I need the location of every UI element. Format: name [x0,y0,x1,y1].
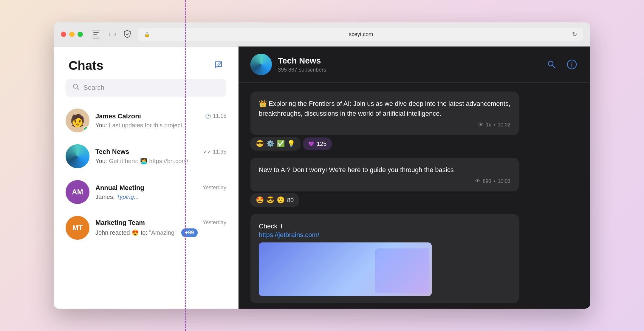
message-link-3[interactable]: https://jetbrains.com/ [259,231,510,239]
message-text-3: Check it [259,221,510,231]
chat-name-tech-news: Tech News [95,148,129,156]
message-time-2: 10:03 [498,178,510,184]
online-indicator [83,126,89,132]
views-icon-1: 👁 [479,122,484,128]
channel-subscribers: 395 867 subscribers [278,67,545,73]
chat-time-marketing-team: Yesterday [203,219,226,226]
chat-preview-james: You: Last updates for this project [95,122,226,129]
nav-buttons: ‹ › [109,30,117,38]
chat-preview-annual-meeting: James: Typing... [95,194,226,200]
chats-title: Chats [69,58,103,73]
chat-item-james[interactable]: 🧑 James Calzoni 🕐 11:15 You: [54,103,238,138]
message-text-1: 👑 Exploring the Frontiers of AI: Join us… [259,99,510,118]
channel-avatar [250,54,272,75]
chat-preview-marketing-team: John reacted 😍 to: "Amazing" +99 [95,228,226,237]
message-2: New to AI? Don't worry! We're here to gu… [250,158,578,207]
chat-time-tech-news: ✓✓ 11:35 [203,149,226,155]
bullet-2: • [494,178,496,184]
bullet-1: • [494,122,496,128]
chat-name-annual-meeting: Annual Meeting [95,184,144,192]
check-icon: ✓✓ [203,149,211,155]
traffic-lights [61,32,83,37]
compose-button[interactable] [214,60,223,72]
views-icon-2: 👁 [475,178,480,184]
message-bubble-1: 👑 Exploring the Frontiers of AI: Join us… [250,92,519,135]
reaction-row-2: 🤩😎🙂 80 [250,193,578,207]
chat-time-annual-meeting: Yesterday [203,185,226,191]
forward-button[interactable]: › [114,30,116,38]
avatar-james: 🧑 [66,109,89,132]
reaction-pill-2[interactable]: 🤩😎🙂 80 [250,193,299,207]
reaction-count-2: 80 [287,197,294,204]
search-icon [73,83,79,92]
channel-header: Tech News 395 867 subscribers [239,47,590,83]
reaction-pill-1[interactable]: 😎⚙️✅💡 [250,137,301,151]
chat-sidebar: Chats Search [54,47,239,309]
app-body: Chats Search [54,47,590,309]
reaction-row-1: 😎⚙️✅💡 💜 125 [250,137,578,151]
shield-icon [123,30,132,39]
address-bar[interactable]: 🔒 sceyt.com ↻ [138,28,583,41]
message-time-1: 10:02 [498,122,510,128]
messages-area[interactable]: 👑 Exploring the Frontiers of AI: Join us… [239,83,590,309]
chat-item-tech-news[interactable]: Tech News ✓✓ 11:35 You: Get it here: 🧑‍💻… [54,138,238,174]
avatar-tech-news [66,144,89,168]
info-channel-button[interactable] [565,58,578,71]
browser-window: ‹ › 🔒 sceyt.com ↻ Chats [54,22,590,309]
chat-item-marketing-team[interactable]: MT Marketing Team Yesterday John reacted… [54,210,238,246]
views-count-2: 890 [483,178,491,184]
chat-info-james: James Calzoni 🕐 11:15 You: Last updates … [95,112,226,129]
views-count-1: 1k [486,122,491,128]
message-bubble-2: New to AI? Don't worry! We're here to gu… [250,158,519,191]
minimize-button[interactable] [69,32,75,37]
unread-badge-marketing: +99 [181,228,198,237]
chat-name-james: James Calzoni [95,112,141,120]
chat-time-james: 🕐 11:15 [205,113,226,119]
search-channel-button[interactable] [545,58,558,71]
sidebar-header: Chats [54,47,238,79]
url-text: sceyt.com [153,31,569,38]
search-bar[interactable]: Search [66,79,226,97]
sidebar-toggle-button[interactable] [92,30,100,38]
close-button[interactable] [61,32,66,37]
maximize-button[interactable] [78,32,83,37]
reaction-heart-1[interactable]: 💜 125 [303,137,332,150]
channel-info: Tech News 395 867 subscribers [278,56,545,73]
reload-button[interactable]: ↻ [572,31,577,38]
chat-info-annual-meeting: Annual Meeting Yesterday James: Typing..… [95,184,226,200]
chat-info-tech-news: Tech News ✓✓ 11:35 You: Get it here: 🧑‍💻… [95,148,226,165]
message-text-2: New to AI? Don't worry! We're here to gu… [259,165,510,175]
chat-item-annual-meeting[interactable]: AM Annual Meeting Yesterday James: Typin… [54,174,238,210]
chat-list: 🧑 James Calzoni 🕐 11:15 You: [54,103,238,309]
search-placeholder-text: Search [83,84,104,92]
channel-name: Tech News [278,56,545,66]
message-3: Check it https://jetbrains.com/ [250,214,578,303]
avatar-marketing-team: MT [66,216,89,240]
svg-point-1 [548,61,553,66]
channel-view: Tech News 395 867 subscribers [239,47,590,309]
heart-count-1: 125 [317,140,326,147]
chat-info-marketing-team: Marketing Team Yesterday John reacted 😍 … [95,219,226,237]
clock-icon: 🕐 [205,113,211,119]
browser-chrome: ‹ › 🔒 sceyt.com ↻ [54,22,590,47]
chat-preview-tech-news: You: Get it here: 🧑‍💻 https://bn.com/ [95,157,226,165]
channel-actions [545,58,578,71]
message-bubble-3: Check it https://jetbrains.com/ [250,214,519,303]
back-button[interactable]: ‹ [109,30,111,38]
lock-icon: 🔒 [144,32,150,37]
avatar-annual-meeting: AM [66,180,89,204]
svg-point-3 [572,62,572,63]
chat-name-marketing-team: Marketing Team [95,219,145,227]
message-image-3 [259,242,432,296]
message-meta-2: 👁 890 • 10:03 [259,178,510,184]
message-1: 👑 Exploring the Frontiers of AI: Join us… [250,92,578,151]
message-meta-1: 👁 1k • 10:02 [259,122,510,128]
